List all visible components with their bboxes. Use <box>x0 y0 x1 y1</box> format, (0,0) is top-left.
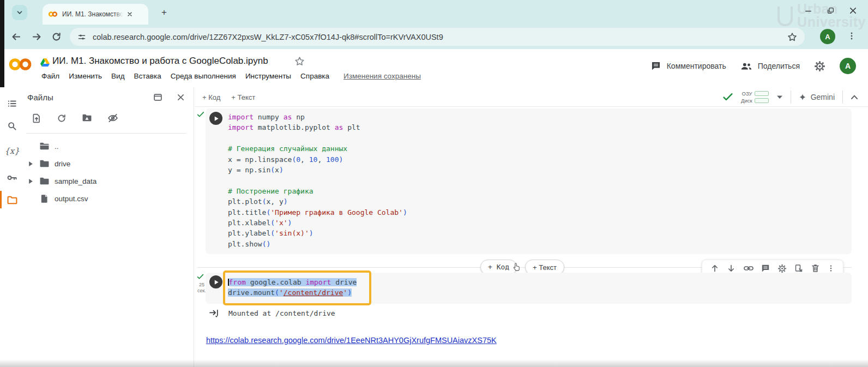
refresh-icon[interactable] <box>51 32 62 42</box>
gemini-spark-icon <box>799 93 806 101</box>
resource-monitor[interactable]: ОЗУ Диск <box>741 91 769 104</box>
close-panel-icon[interactable] <box>177 93 185 101</box>
bookmark-star-icon[interactable] <box>787 32 797 42</box>
mirror-cell-icon[interactable] <box>794 264 803 273</box>
browser-window: ИИ. М1. Знакомство и работа + Urban Univ <box>0 0 868 367</box>
browser-tab[interactable]: ИИ. М1. Знакомство и работа <box>43 4 148 25</box>
menu-item[interactable]: Вид <box>111 72 124 80</box>
files-folder-icon[interactable] <box>0 190 24 210</box>
more-cell-actions-icon[interactable] <box>827 264 835 273</box>
code-editor[interactable]: import numpy as npimport matplotlib.pypl… <box>228 112 407 249</box>
table-of-contents-icon[interactable] <box>0 94 24 113</box>
expand-chevron-icon[interactable] <box>28 161 35 167</box>
code-line: x = np.linspace(0, 10, 100) <box>228 154 407 165</box>
url-bar[interactable]: colab.research.google.com/drive/1ZZ67X2p… <box>70 28 805 46</box>
minimize-icon[interactable] <box>804 7 812 15</box>
add-text-button[interactable]: + Текст <box>231 93 255 101</box>
tree-row-output-csv[interactable]: output.csv <box>24 190 189 207</box>
menu-item[interactable]: Вставка <box>134 72 161 80</box>
run-cell-button[interactable] <box>209 112 222 125</box>
chevron-down-icon <box>16 9 23 16</box>
menu-item[interactable]: Файл <box>41 72 59 80</box>
upload-file-icon[interactable] <box>32 113 41 123</box>
cell-output: Mounted at /content/drive <box>209 309 335 318</box>
tree-label: sample_data <box>55 177 97 185</box>
tree-row-parent-dir[interactable]: .. <box>24 137 189 155</box>
gemini-label: Gemini <box>811 93 835 101</box>
menu-item[interactable]: Инструменты <box>245 72 291 80</box>
ram-usage-bar <box>755 91 769 96</box>
cell-executed-check-icon <box>197 111 204 118</box>
sidebar-icon-rail: {x} <box>0 87 24 367</box>
saved-status[interactable]: Изменения сохранены <box>343 72 421 80</box>
expand-chevron-icon[interactable] <box>28 178 35 184</box>
secrets-key-icon[interactable] <box>0 168 24 188</box>
star-notebook-icon[interactable] <box>294 56 305 67</box>
copy-link-to-cell-icon[interactable] <box>744 265 754 272</box>
code-editor[interactable]: from google.colab import drivedrive.moun… <box>228 277 357 298</box>
code-line: plt.plot(x, y) <box>228 196 407 207</box>
search-icon[interactable] <box>0 116 24 136</box>
browser-menu-icon[interactable] <box>847 32 856 40</box>
hidden-files-eye-off-icon[interactable] <box>107 113 118 123</box>
share-button[interactable]: Поделиться <box>740 62 800 70</box>
menu-item[interactable]: Среда выполнения <box>171 72 236 80</box>
folder-icon <box>39 159 50 168</box>
gemini-button[interactable]: Gemini <box>799 93 835 101</box>
tree-row-drive[interactable]: drive <box>24 155 189 172</box>
code-line: drive.mount('/content/drive') <box>228 287 357 298</box>
tree-label: .. <box>55 142 59 151</box>
code-line: plt.ylabel('sin(x)') <box>228 228 407 238</box>
colab-share-link[interactable]: https://colab.research.google.com/drive/… <box>206 336 497 345</box>
tree-row-sample-data[interactable]: sample_data <box>24 172 189 190</box>
page-body: {x} Файлы <box>0 87 868 367</box>
menu-item[interactable]: Справка <box>300 72 329 80</box>
forward-icon[interactable] <box>32 32 42 42</box>
tab-search-button[interactable] <box>12 5 27 20</box>
expand-panel-icon[interactable] <box>153 93 162 101</box>
window-controls <box>804 7 857 15</box>
share-label: Поделиться <box>758 62 800 70</box>
menu-bar: ФайлИзменитьВидВставкаСреда выполненияИн… <box>41 72 329 80</box>
people-icon <box>740 62 752 70</box>
back-icon[interactable] <box>11 32 21 42</box>
browser-profile-avatar[interactable]: A <box>820 29 835 44</box>
close-window-icon[interactable] <box>849 7 857 15</box>
collapse-toolbar-chevron-icon[interactable] <box>851 94 858 100</box>
move-cell-up-icon[interactable] <box>710 264 719 273</box>
tab-strip: ИИ. М1. Знакомство и работа + <box>0 0 868 25</box>
move-cell-down-icon[interactable] <box>727 264 736 273</box>
resources-dropdown-icon[interactable] <box>776 95 783 99</box>
code-line: y = np.sin(x) <box>228 165 407 175</box>
site-info-icon[interactable] <box>77 33 86 41</box>
colab-favicon <box>48 11 58 17</box>
code-line: plt.show() <box>228 239 407 249</box>
screen-edge <box>0 0 4 87</box>
restore-window-icon[interactable] <box>827 7 835 15</box>
cell-settings-gear-icon[interactable] <box>777 264 787 273</box>
panel-divider <box>26 133 186 134</box>
refresh-files-icon[interactable] <box>57 113 67 123</box>
tab-close-icon[interactable] <box>126 11 133 17</box>
output-indicator-icon[interactable] <box>209 309 220 318</box>
run-cell-button[interactable] <box>209 275 222 288</box>
mount-drive-icon[interactable] <box>82 113 92 123</box>
code-line: plt.title('Пример графика в Google Colab… <box>228 207 407 218</box>
code-cell[interactable]: import numpy as npimport matplotlib.pypl… <box>206 109 852 254</box>
account-avatar[interactable]: A <box>840 58 856 74</box>
add-comment-icon[interactable] <box>761 264 770 273</box>
files-panel: Файлы <box>24 87 194 367</box>
comment-label: Комментировать <box>667 62 726 70</box>
menu-item[interactable]: Изменить <box>69 72 102 80</box>
settings-gear-icon[interactable] <box>814 61 825 72</box>
delete-cell-icon[interactable] <box>811 264 819 273</box>
tree-label: drive <box>55 160 70 168</box>
url-text[interactable]: colab.research.google.com/drive/1ZZ67X2p… <box>93 33 787 41</box>
new-tab-button[interactable]: + <box>158 7 170 19</box>
notebook-area: + Код + Текст ОЗУ Диск <box>195 87 868 367</box>
add-code-button[interactable]: + Код <box>202 93 220 101</box>
variables-icon[interactable]: {x} <box>0 141 24 161</box>
code-cell-selected[interactable]: from google.colab import drivedrive.moun… <box>206 273 852 304</box>
comment-button[interactable]: Комментировать <box>650 61 726 71</box>
notebook-title[interactable]: ИИ. М1. Знакомство и работа с GoogleCola… <box>52 56 268 67</box>
